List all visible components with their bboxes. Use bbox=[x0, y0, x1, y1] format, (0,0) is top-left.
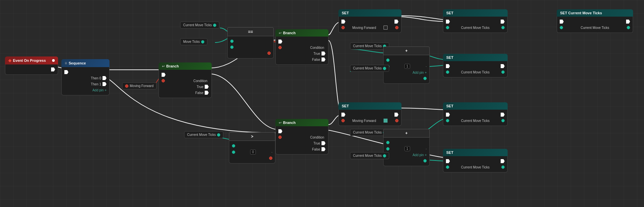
get-moving-forward-node: Moving Forward bbox=[122, 82, 157, 89]
branch-mid-exec-in-row bbox=[276, 39, 328, 45]
equals-label: == bbox=[248, 29, 253, 34]
branch-top-condition-row: Condition bbox=[159, 78, 211, 84]
set-cmt-b2r-exec-in bbox=[446, 159, 450, 163]
sequence-then0-row: Then 0 bbox=[62, 75, 109, 81]
set-mf-bot-out-pin bbox=[395, 119, 398, 122]
branch-bot-exec-in-row bbox=[276, 128, 328, 134]
set-cmt-mr-exec-in bbox=[446, 64, 450, 68]
branch-mid-body: Condition True False bbox=[275, 37, 328, 65]
cmt-1-label: Current Move Ticks bbox=[183, 23, 212, 27]
branch-top-false-pin bbox=[205, 91, 209, 95]
set-cmt-top-right-label: SET bbox=[446, 11, 453, 15]
moving-forward-out-pin bbox=[125, 84, 128, 88]
set-cmt-br-val-row: Current Move Ticks bbox=[443, 118, 507, 124]
compare-zero-op: > bbox=[251, 134, 253, 139]
branch-top-false-row: False bbox=[159, 90, 211, 96]
set-cmt-mid-right-val-row: Current Move Ticks bbox=[443, 69, 507, 75]
set-cmt-large-val-row: Current Move Ticks bbox=[557, 25, 633, 31]
add-bot-in2-pin bbox=[386, 147, 390, 151]
branch-mid-false-row: False bbox=[276, 56, 328, 62]
set-cmt-top-right-header: SET bbox=[443, 9, 508, 17]
set-cmt-br-out-pin bbox=[501, 119, 505, 122]
add-bot-addpin-label: Add pin + bbox=[412, 153, 427, 157]
set-cmt-br-exec-in bbox=[446, 113, 450, 117]
branch-bottom-header: ↩ Branch bbox=[275, 119, 328, 126]
branch-top-header: ↩ Branch bbox=[159, 62, 212, 70]
branch-top-exec-in bbox=[162, 73, 166, 77]
set-cmt-b2r-out-pin bbox=[501, 165, 505, 169]
add-top-header: + bbox=[383, 47, 430, 55]
set-mf-bot-header: SET bbox=[338, 102, 401, 110]
branch-bot-true-row: True bbox=[276, 140, 328, 146]
cmp0-in2: 0 - bbox=[229, 149, 275, 155]
set-cmt-b2r-in-pin bbox=[446, 165, 449, 169]
add-bot-addpin: Add pin + bbox=[384, 152, 429, 158]
branch-bottom-node: ↩ Branch Condition True False bbox=[275, 119, 328, 155]
set-cmt-top-right-exec-row bbox=[443, 19, 507, 25]
set-mf-top-header: SET bbox=[338, 9, 401, 17]
set-cmt-tr-in-pin bbox=[446, 26, 449, 29]
then0-pin bbox=[103, 76, 107, 80]
set-mf-top-exec-out bbox=[394, 20, 398, 24]
set-cmt-bot2-right-body: Current Move Ticks bbox=[443, 156, 508, 172]
cmp0-out bbox=[229, 155, 275, 161]
mf-checkbox-true bbox=[384, 119, 388, 123]
set-mf-top-label: SET bbox=[342, 11, 349, 15]
branch-mid-true-row: True bbox=[276, 51, 328, 56]
branch-mid-condition-row: Condition bbox=[276, 45, 328, 51]
cmt-bot-label: Current Move Ticks bbox=[187, 133, 216, 137]
add-top-label: + bbox=[405, 49, 407, 53]
set-cmt-mr-in-pin bbox=[446, 70, 449, 74]
set-cmt-large-exec-in bbox=[560, 20, 564, 24]
add-top-out-pin bbox=[423, 77, 427, 80]
set-cmt-large-label: SET Current Move Ticks bbox=[560, 11, 602, 15]
set-cmt-top-right-exec-in bbox=[446, 20, 450, 24]
branch-mid-node: ↩ Branch Condition True False bbox=[275, 29, 328, 65]
eq-in1-pin bbox=[230, 40, 234, 43]
branch-top-exec-in-row bbox=[159, 72, 211, 78]
add-pin-label: Add pin + bbox=[92, 88, 107, 92]
set-cmt-br-in-pin bbox=[446, 119, 449, 122]
set-cmt-mr-exec-out bbox=[501, 64, 505, 68]
set-cmt-top-right-body: Current Move Ticks bbox=[443, 17, 508, 33]
branch-bot-false-pin bbox=[322, 147, 325, 151]
add-node-top: + 1 - Add pin + bbox=[383, 47, 430, 84]
set-cmt-mid-right-body: Current Move Ticks bbox=[443, 61, 508, 77]
set-mf-bot-exec-in-row bbox=[339, 112, 401, 118]
cmp0-in1-pin bbox=[232, 144, 235, 148]
set-cmt-b2r-exec-row bbox=[443, 158, 507, 164]
event-on-progress-node: ◆ Event On Progress bbox=[5, 56, 58, 75]
branch-bot-false-row: False bbox=[276, 146, 328, 152]
branch-mid-true-pin bbox=[322, 52, 325, 55]
set-mf-bot-exec-in bbox=[341, 113, 345, 117]
equals-body bbox=[227, 36, 274, 58]
branch-mid-false-pin bbox=[322, 57, 325, 61]
cmp0-in1 bbox=[229, 143, 275, 149]
add-bot-val: 1 bbox=[404, 146, 410, 151]
set-cmt-bot-right-label: SET bbox=[446, 104, 453, 108]
set-cmt-br-exec-out bbox=[501, 113, 505, 117]
branch-mid-label: Branch bbox=[283, 31, 296, 35]
set-moving-forward-top-node: SET Moving Forward bbox=[338, 9, 401, 33]
set-cmt-mid-right-exec-row bbox=[443, 63, 507, 69]
branch-bottom-label: Branch bbox=[283, 121, 296, 125]
move-ticks-label: Move Ticks bbox=[183, 40, 200, 44]
get-cmt-3-node: Current Move Ticks bbox=[350, 65, 389, 72]
equals-header: == bbox=[227, 27, 274, 36]
branch-top-condition-pin bbox=[162, 79, 165, 82]
sequence-node: ≡ Sequence Then 0 Then 1 Add pin + bbox=[61, 59, 109, 95]
branch-mid-exec-in bbox=[278, 40, 282, 44]
branch-bottom-body: Condition True False bbox=[275, 126, 328, 155]
get-cmt-1-node: Current Move Ticks bbox=[180, 22, 219, 29]
add-top-in1-pin bbox=[386, 58, 390, 62]
set-cmt-b2r-val-row: Current Move Ticks bbox=[443, 164, 507, 170]
event-exec-out bbox=[5, 66, 58, 72]
set-mf-bot-in-pin bbox=[341, 119, 345, 122]
set-cmt-bot-right-header: SET bbox=[443, 102, 508, 110]
get-move-ticks-node: Move Ticks bbox=[180, 38, 207, 45]
cmp0-val: 0 bbox=[250, 150, 256, 155]
set-cmt-large-header: SET Current Move Ticks bbox=[557, 9, 633, 17]
set-cmt-bot-right-body: Current Move Ticks bbox=[443, 110, 508, 126]
cmt-2-label: Current Move Ticks bbox=[353, 44, 382, 48]
set-mf-bot-exec-out bbox=[394, 113, 398, 117]
